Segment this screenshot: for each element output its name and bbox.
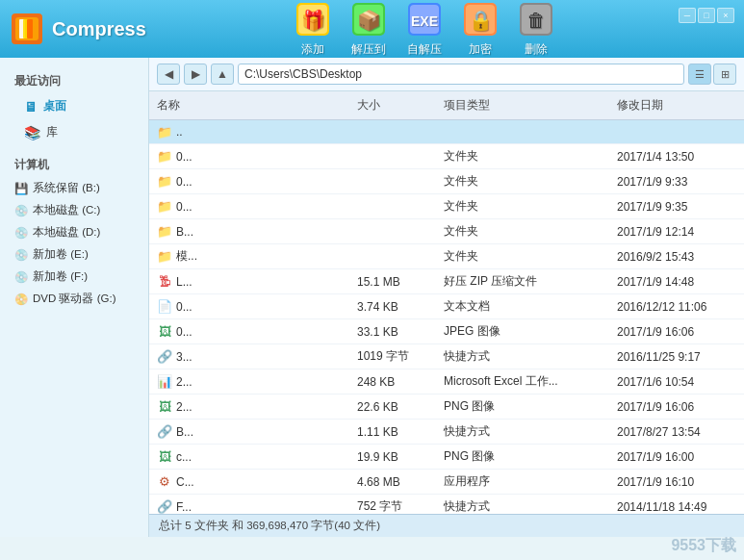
table-row[interactable]: 📁0...文件夹2017/1/9 9:35 (149, 194, 744, 219)
file-name-cell: 📄0... (149, 296, 349, 317)
add-button[interactable]: 🎁 添加 (295, 1, 331, 58)
file-icon: 📁 (157, 199, 172, 215)
file-size-cell: 22.6 KB (349, 396, 436, 417)
file-type-cell (436, 122, 609, 141)
file-icon: 🖼 (157, 449, 172, 465)
up-button[interactable]: ▲ (211, 64, 234, 85)
file-type-cell: 应用程序 (436, 471, 609, 492)
drive-c[interactable]: 💿 本地磁盘 (C:) (0, 199, 148, 221)
grid-view-button[interactable]: ⊞ (713, 64, 736, 85)
header-date[interactable]: 修改日期 (609, 95, 744, 115)
sidebar-item-desktop[interactable]: 🖥 桌面 (0, 93, 148, 119)
file-size-cell (349, 146, 436, 166)
computer-section-label: 计算机 (0, 151, 148, 177)
file-name-cell: 🗜L... (149, 271, 349, 292)
table-row[interactable]: 📁.. (149, 120, 744, 144)
drive-f-icon: 💿 (14, 270, 28, 284)
table-row[interactable]: 📁模...文件夹2016/9/2 15:43 (149, 244, 744, 269)
table-row[interactable]: 🖼c...19.9 KBPNG 图像2017/1/9 16:00 (149, 445, 744, 470)
back-button[interactable]: ◀ (157, 64, 180, 85)
file-size-cell: 1.11 KB (349, 421, 436, 442)
file-name: B... (176, 425, 193, 439)
forward-button[interactable]: ▶ (184, 64, 207, 85)
drive-d-icon: 💿 (14, 226, 28, 240)
table-row[interactable]: 🗜L...15.1 MB好压 ZIP 压缩文件2017/1/9 14:48 (149, 269, 744, 294)
library-label: 库 (46, 124, 58, 140)
file-pane: ◀ ▶ ▲ ☰ ⊞ 名称 大小 项目类型 修改日期 📁..📁0...文件夹201… (149, 58, 744, 537)
table-row[interactable]: 🔗B...1.11 KB快捷方式2017/8/27 13:54 (149, 420, 744, 445)
file-date-cell: 2017/1/9 9:35 (609, 196, 744, 216)
drive-f[interactable]: 💿 新加卷 (F:) (0, 266, 148, 288)
extract-button[interactable]: 📦 解压到 (350, 1, 387, 58)
file-name-cell: 🖼c... (149, 446, 349, 467)
svg-text:EXE: EXE (410, 13, 437, 29)
logo-icon (10, 12, 44, 46)
header-type[interactable]: 项目类型 (436, 95, 609, 115)
file-name: 0... (176, 325, 192, 339)
file-size-cell (349, 221, 436, 242)
file-icon: 📁 (157, 249, 172, 265)
table-row[interactable]: ⚙C...4.68 MB应用程序2017/1/9 16:10 (149, 470, 744, 495)
file-date-cell: 2017/1/9 9:33 (609, 171, 744, 191)
selfextract-button[interactable]: EXE 自解压 (406, 1, 443, 58)
file-icon: 📁 (157, 149, 172, 165)
drive-e[interactable]: 💿 新加卷 (E:) (0, 243, 148, 266)
drive-d[interactable]: 💿 本地磁盘 (D:) (0, 221, 148, 243)
sidebar: 最近访问 🖥 桌面 📚 库 计算机 💾 系统保留 (B:) 💿 本地磁盘 (C:… (0, 58, 149, 537)
sidebar-item-library[interactable]: 📚 库 (0, 119, 148, 145)
list-view-button[interactable]: ☰ (688, 64, 711, 85)
title-bar: Compress 🎁 添加 📦 解压到 (0, 0, 744, 58)
file-name: c... (176, 450, 192, 464)
file-name: 2... (176, 400, 192, 414)
file-date-cell: 2014/11/18 14:49 (609, 496, 744, 514)
table-row[interactable]: 🖼0...33.1 KBJPEG 图像2017/1/9 16:06 (149, 319, 744, 344)
file-date-cell: 2017/1/9 14:48 (609, 271, 744, 292)
file-name-cell: ⚙C... (149, 471, 349, 492)
table-row[interactable]: 🖼2...22.6 KBPNG 图像2017/1/9 16:06 (149, 395, 744, 420)
table-row[interactable]: 📄0...3.74 KB文本文档2016/12/12 11:06 (149, 294, 744, 319)
file-name: C... (176, 475, 194, 489)
drive-b[interactable]: 💾 系统保留 (B:) (0, 177, 148, 199)
extract-label: 解压到 (351, 41, 386, 58)
header-name[interactable]: 名称 (149, 95, 349, 115)
table-row[interactable]: 📁B...文件夹2017/1/9 12:14 (149, 219, 744, 244)
minimize-button[interactable]: ─ (679, 8, 696, 23)
file-type-cell: 文件夹 (436, 246, 609, 267)
svg-text:🔒: 🔒 (468, 9, 492, 32)
file-type-cell: 好压 ZIP 压缩文件 (436, 271, 609, 292)
maximize-button[interactable]: □ (698, 8, 715, 23)
table-row[interactable]: 📁0...文件夹2017/1/4 13:50 (149, 144, 744, 169)
table-row[interactable]: 🔗F...752 字节快捷方式2014/11/18 14:49 (149, 495, 744, 514)
file-type-cell: 快捷方式 (436, 496, 609, 514)
file-type-cell: 快捷方式 (436, 346, 609, 367)
header-size[interactable]: 大小 (349, 95, 436, 115)
svg-rect-4 (27, 19, 33, 38)
file-icon: 📁 (157, 174, 172, 190)
close-button[interactable]: × (717, 8, 734, 23)
file-type-cell: 快捷方式 (436, 421, 609, 442)
address-input[interactable] (238, 64, 684, 85)
svg-text:🗑: 🗑 (526, 10, 546, 31)
file-name-cell: 🖼2... (149, 396, 349, 417)
encrypt-button[interactable]: 🔒 加密 (462, 1, 499, 58)
file-date-cell: 2017/1/4 13:50 (609, 146, 744, 166)
file-size-cell (349, 171, 436, 191)
delete-button[interactable]: 🗑 删除 (518, 1, 554, 58)
file-type-cell: 文件夹 (436, 196, 609, 216)
file-size-cell: 752 字节 (349, 496, 436, 514)
selfextract-icon: EXE (406, 1, 443, 38)
desktop-icon: 🖥 (24, 99, 38, 115)
file-size-cell: 33.1 KB (349, 321, 436, 342)
file-icon: 🔗 (157, 424, 172, 440)
drive-g[interactable]: 📀 DVD 驱动器 (G:) (0, 288, 148, 310)
table-row[interactable]: 🔗3...1019 字节快捷方式2016/11/25 9:17 (149, 344, 744, 369)
table-row[interactable]: 📊2...248 KBMicrosoft Excel 工作...2017/1/6… (149, 369, 744, 395)
delete-label: 删除 (525, 41, 548, 58)
file-date-cell: 2017/1/9 12:14 (609, 221, 744, 242)
drive-b-label: 系统保留 (B:) (33, 181, 100, 195)
file-name-cell: 📁.. (149, 122, 349, 141)
file-size-cell: 15.1 MB (349, 271, 436, 292)
app-title: Compress (52, 18, 146, 40)
table-row[interactable]: 📁0...文件夹2017/1/9 9:33 (149, 169, 744, 194)
file-date-cell: 2016/12/12 11:06 (609, 296, 744, 317)
